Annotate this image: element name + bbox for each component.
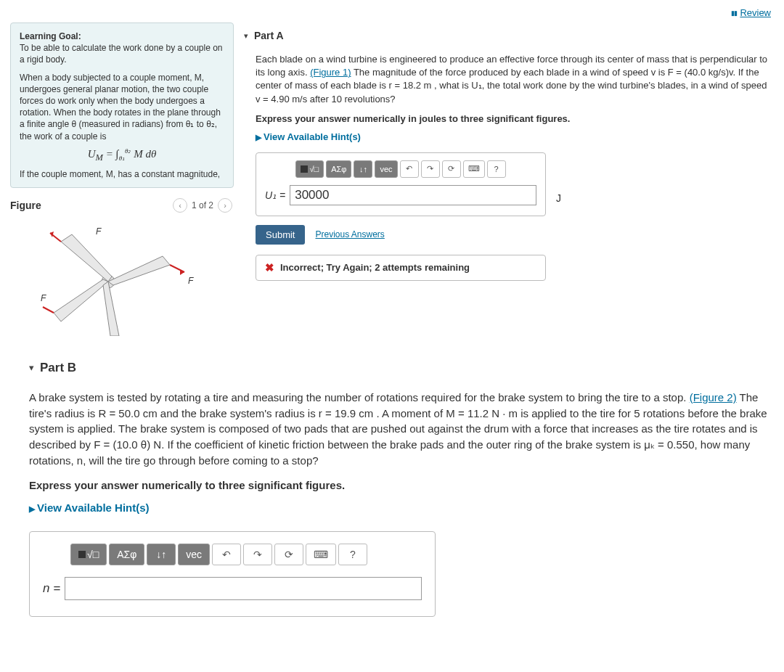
goal-subtitle: To be able to calculate the work done by… [20,43,223,65]
part-b-express: Express your answer numerically to three… [29,479,769,491]
part-b-problem: A brake system is tested by rotating a t… [29,390,769,469]
part-a-var-label: U₁ = [265,189,285,201]
part-b-answer-input[interactable] [65,577,422,600]
svg-text:F: F [41,293,46,303]
incorrect-icon: ✖ [265,261,274,274]
part-a-problem: Each blade on a wind turbine is engineer… [244,53,774,106]
collapse-icon: ▾ [29,362,34,373]
svg-marker-3 [54,279,108,321]
part-a-unit: J [556,192,561,204]
svg-marker-4 [103,282,119,336]
figure-next-button[interactable]: › [218,198,232,213]
greek-button[interactable]: ΑΣφ [326,160,351,178]
svg-marker-1 [61,234,112,282]
keyboard-button[interactable]: ⌨ [463,160,485,178]
answer-toolbar-b: √□ ΑΣφ ↓↑ vec ↶ ↷ ⟳ ⌨ ? [43,544,422,565]
reset-button[interactable]: ⟳ [442,160,461,178]
figure-prev-button[interactable]: ‹ [173,198,187,213]
reset-button[interactable]: ⟳ [274,544,303,565]
part-b-label: Part B [40,361,76,375]
part-a-header[interactable]: ▾ Part A [244,30,774,41]
review-link[interactable]: Review [731,7,771,18]
templates-button[interactable]: √□ [295,160,324,178]
answer-toolbar: √□ ΑΣφ ↓↑ vec ↶ ↷ ⟳ ⌨ ? [265,160,536,178]
goal-equation: UM = ∫θ₁θ₂ M dθ [20,147,224,164]
keyboard-button[interactable]: ⌨ [306,544,336,565]
vec-button[interactable]: vec [178,544,210,565]
figure-label: Figure [10,200,41,211]
help-button[interactable]: ? [338,544,367,565]
svg-text:F: F [188,276,194,286]
part-a-label: Part A [254,30,284,41]
undo-button[interactable]: ↶ [212,544,241,565]
svg-marker-2 [108,256,170,285]
help-button[interactable]: ? [487,160,506,178]
svg-marker-6 [50,231,54,237]
part-b-var-label: n = [43,581,60,596]
figure-pager: ‹ 1 of 2 › [173,198,232,213]
goal-paragraph-2: If the couple moment, M, has a constant … [20,169,220,179]
figure-image: F F F [10,220,206,336]
greek-button[interactable]: ΑΣφ [109,544,144,565]
redo-button[interactable]: ↷ [243,544,272,565]
collapse-icon: ▾ [244,31,248,41]
goal-paragraph: When a body subjected to a couple moment… [20,73,221,142]
svg-text:F: F [96,226,102,237]
subsup-button[interactable]: ↓↑ [354,160,372,178]
learning-goal-box: Learning Goal: To be able to calculate t… [10,22,234,188]
vec-button[interactable]: vec [375,160,397,178]
templates-button[interactable]: √□ [70,544,107,565]
redo-button[interactable]: ↷ [421,160,440,178]
part-a-express: Express your answer numerically in joule… [244,113,774,124]
figure-2-link[interactable]: (Figure 2) [690,391,737,403]
subsup-button[interactable]: ↓↑ [147,544,176,565]
previous-answers-link[interactable]: Previous Answers [315,229,384,239]
part-a-answer-input[interactable] [290,185,536,205]
figure-1-link[interactable]: (Figure 1) [310,67,351,78]
part-a-answer-box: √□ ΑΣφ ↓↑ vec ↶ ↷ ⟳ ⌨ ? U₁ = J [256,152,546,216]
submit-button[interactable]: Submit [256,225,305,245]
part-a-feedback: ✖ Incorrect; Try Again; 2 attempts remai… [256,255,546,281]
part-b-hints-toggle[interactable]: View Available Hint(s) [29,501,769,514]
part-b-header[interactable]: ▾ Part B [29,361,769,375]
undo-button[interactable]: ↶ [400,160,419,178]
part-a-hints-toggle[interactable]: View Available Hint(s) [244,131,774,142]
svg-line-11 [43,307,54,313]
goal-title: Learning Goal: [20,31,81,41]
feedback-text: Incorrect; Try Again; 2 attempts remaini… [280,262,470,273]
part-b-answer-box: √□ ΑΣφ ↓↑ vec ↶ ↷ ⟳ ⌨ ? n = [29,531,436,617]
svg-marker-9 [180,269,184,275]
figure-page-indicator: 1 of 2 [192,200,213,210]
